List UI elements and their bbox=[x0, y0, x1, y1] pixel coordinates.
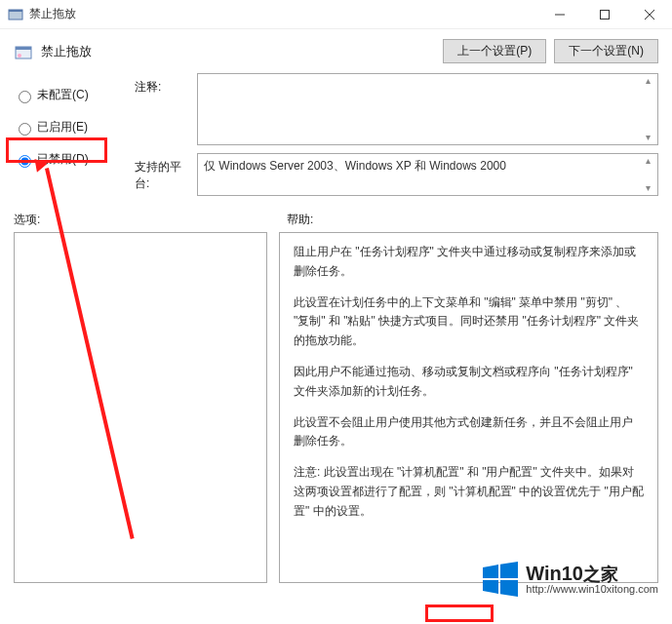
svg-marker-11 bbox=[483, 580, 498, 594]
help-paragraph: 阻止用户在 "任务计划程序" 文件夹中通过移动或复制程序来添加或删除任务。 bbox=[294, 243, 644, 282]
close-button[interactable] bbox=[627, 0, 672, 29]
radio-label: 已禁用(D) bbox=[37, 151, 89, 168]
policy-icon bbox=[14, 42, 33, 61]
scrollbar-icon: ▴▾ bbox=[640, 156, 655, 193]
comment-textarea[interactable]: ▴▾ bbox=[197, 73, 658, 145]
watermark-brand: Win10之家 bbox=[526, 564, 658, 584]
state-radio-group: 未配置(C) 已启用(E) 已禁用(D) bbox=[14, 73, 131, 183]
svg-marker-10 bbox=[500, 562, 518, 578]
platform-text: 仅 Windows Server 2003、Windows XP 和 Windo… bbox=[204, 159, 506, 173]
help-panel: 阻止用户在 "任务计划程序" 文件夹中通过移动或复制程序来添加或删除任务。 此设… bbox=[279, 232, 658, 583]
options-label: 选项: bbox=[14, 212, 287, 228]
svg-marker-12 bbox=[500, 580, 518, 597]
watermark-brand-main: Win10 bbox=[526, 563, 583, 584]
radio-enabled-input[interactable] bbox=[19, 123, 31, 136]
scrollbar-icon: ▴▾ bbox=[640, 76, 655, 142]
windows-logo-icon bbox=[481, 560, 520, 599]
help-paragraph: 注意: 此设置出现在 "计算机配置" 和 "用户配置" 文件夹中。如果对这两项设… bbox=[294, 463, 644, 521]
radio-enabled[interactable]: 已启用(E) bbox=[14, 119, 131, 136]
svg-marker-9 bbox=[483, 565, 498, 578]
help-paragraph: 此设置不会阻止用户使用其他方式创建新任务，并且不会阻止用户删除任务。 bbox=[294, 413, 644, 452]
comment-label: 注释: bbox=[135, 73, 193, 96]
watermark-url: http://www.win10xitong.com bbox=[526, 584, 658, 596]
window-title: 禁止拖放 bbox=[29, 6, 76, 22]
help-paragraph: 此设置在计划任务中的上下文菜单和 "编辑" 菜单中禁用 "剪切" 、 "复制" … bbox=[294, 293, 644, 351]
header: 禁止拖放 上一个设置(P) 下一个设置(N) bbox=[0, 29, 672, 71]
radio-label: 未配置(C) bbox=[37, 87, 89, 103]
svg-rect-3 bbox=[601, 10, 610, 19]
titlebar: 禁止拖放 bbox=[0, 0, 672, 29]
svg-rect-1 bbox=[9, 10, 22, 12]
radio-not-configured-input[interactable] bbox=[19, 91, 31, 103]
previous-setting-button[interactable]: 上一个设置(P) bbox=[443, 39, 546, 63]
svg-rect-7 bbox=[16, 47, 31, 50]
help-label: 帮助: bbox=[287, 212, 313, 228]
supported-platform-box: 仅 Windows Server 2003、Windows XP 和 Windo… bbox=[197, 153, 658, 196]
policy-title: 禁止拖放 bbox=[41, 43, 236, 60]
watermark-brand-suffix: 之家 bbox=[583, 565, 618, 584]
app-icon bbox=[8, 7, 23, 22]
maximize-button[interactable] bbox=[582, 0, 627, 29]
minimize-button[interactable] bbox=[537, 0, 582, 29]
radio-disabled-input[interactable] bbox=[19, 155, 31, 168]
help-paragraph: 因此用户不能通过拖动、移动或复制文档或程序向 "任务计划程序" 文件夹添加新的计… bbox=[294, 363, 644, 402]
watermark: Win10之家 http://www.win10xitong.com bbox=[481, 560, 658, 599]
next-setting-button[interactable]: 下一个设置(N) bbox=[554, 39, 658, 63]
radio-not-configured[interactable]: 未配置(C) bbox=[14, 87, 131, 103]
svg-point-8 bbox=[18, 54, 21, 58]
annotation-secondary-box bbox=[425, 604, 494, 622]
platform-label: 支持的平台: bbox=[135, 153, 193, 192]
radio-label: 已启用(E) bbox=[37, 119, 88, 136]
options-panel bbox=[14, 232, 267, 583]
radio-disabled[interactable]: 已禁用(D) bbox=[14, 151, 131, 168]
